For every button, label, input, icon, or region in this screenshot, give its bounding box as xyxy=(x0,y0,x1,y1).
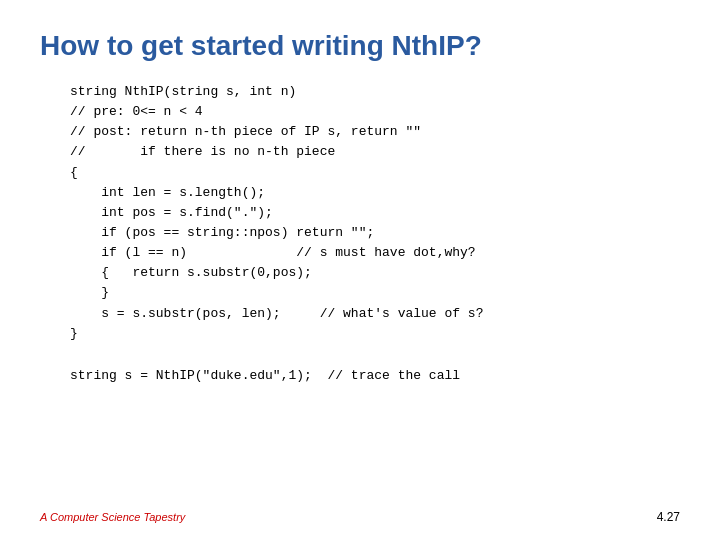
slide: How to get started writing NthIP? string… xyxy=(0,0,720,540)
code-line-1: string NthIP(string s, int n) // pre: 0<… xyxy=(70,84,483,341)
footer-page-number: 4.27 xyxy=(657,510,680,524)
footer-attribution: A Computer Science Tapestry xyxy=(40,511,185,523)
footer: A Computer Science Tapestry 4.27 xyxy=(40,510,680,524)
call-line: string s = NthIP("duke.edu",1); // trace… xyxy=(70,368,680,383)
code-block: string NthIP(string s, int n) // pre: 0<… xyxy=(70,82,680,344)
slide-title: How to get started writing NthIP? xyxy=(40,30,680,62)
